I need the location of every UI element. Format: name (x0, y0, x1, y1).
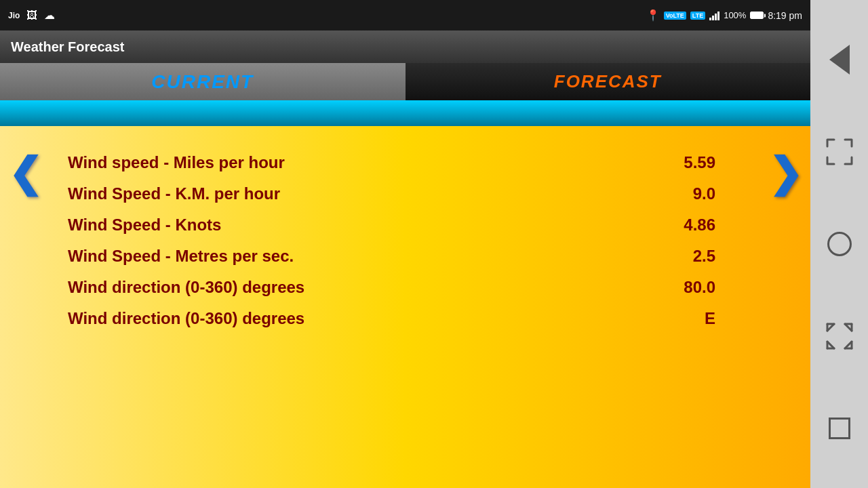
label-wind-knots: Wind Speed - Knots (68, 216, 221, 235)
time-display: 8:19 pm (768, 10, 802, 21)
recents-button[interactable] (823, 411, 856, 445)
value-wind-mps: 2.5 (661, 247, 715, 266)
recents-square-icon (829, 418, 850, 439)
tab-current-label: CURRENT (151, 71, 254, 93)
expand-icon (826, 138, 853, 165)
tab-forecast-label: FORECAST (554, 71, 662, 92)
status-bar-right: 📍 VoLTE LTE 100% 8:19 pm (646, 9, 802, 22)
label-wind-dir-compass: Wind direction (0-360) degrees (68, 309, 304, 328)
carrier-label: Jio (8, 11, 20, 20)
row-wind-mps: Wind Speed - Metres per sec. 2.5 (68, 247, 770, 266)
signal-bar-4 (717, 12, 719, 20)
signal-bar-1 (709, 18, 711, 20)
label-wind-mph: Wind speed - Miles per hour (68, 153, 285, 172)
battery-icon (750, 12, 764, 19)
value-wind-mph: 5.59 (661, 153, 715, 172)
home-button[interactable] (823, 227, 856, 261)
label-wind-dir-deg: Wind direction (0-360) degrees (68, 278, 304, 297)
signal-bars (709, 11, 719, 20)
tab-forecast[interactable]: FORECAST (406, 63, 811, 100)
signal-bar-3 (715, 14, 717, 20)
label-wind-kmh: Wind Speed - K.M. per hour (68, 184, 280, 203)
location-icon: 📍 (646, 9, 660, 22)
collapse-button[interactable] (823, 319, 856, 353)
content-area: ❮ ❯ Wind speed - Miles per hour 5.59 Win… (0, 126, 810, 488)
collapse-icon (826, 323, 853, 350)
lte-badge: LTE (690, 12, 705, 20)
volte-badge: VoLTE (664, 12, 686, 20)
value-wind-knots: 4.86 (661, 216, 715, 235)
nav-panel (810, 0, 868, 488)
battery-percent: 100% (724, 10, 746, 20)
row-wind-kmh: Wind Speed - K.M. per hour 9.0 (68, 184, 770, 203)
back-triangle-icon (829, 45, 850, 75)
back-button[interactable] (823, 43, 856, 77)
value-wind-dir-compass: E (661, 309, 715, 328)
row-wind-mph: Wind speed - Miles per hour 5.59 (68, 153, 770, 172)
home-circle-icon (827, 232, 852, 256)
status-bar-left: Jio 🖼 ☁ (8, 9, 55, 22)
title-bar: Weather Forecast (0, 30, 810, 63)
row-wind-knots: Wind Speed - Knots 4.86 (68, 216, 770, 235)
gallery-icon: 🖼 (26, 9, 37, 22)
value-wind-kmh: 9.0 (661, 184, 715, 203)
tab-current[interactable]: CURRENT (0, 63, 406, 100)
row-wind-dir-deg: Wind direction (0-360) degrees 80.0 (68, 278, 770, 297)
row-wind-dir-compass: Wind direction (0-360) degrees E (68, 309, 770, 328)
status-bar: Jio 🖼 ☁ 📍 VoLTE LTE 100% 8:19 pm (0, 0, 810, 30)
value-wind-dir-deg: 80.0 (661, 278, 715, 297)
page-title: Weather Forecast (11, 39, 124, 55)
tab-bar: CURRENT FORECAST (0, 63, 810, 100)
cyan-bar (0, 100, 810, 126)
prev-arrow[interactable]: ❮ (8, 153, 42, 194)
cloud-icon: ☁ (44, 9, 55, 22)
next-arrow[interactable]: ❯ (768, 153, 802, 194)
label-wind-mps: Wind Speed - Metres per sec. (68, 247, 294, 266)
signal-bar-2 (712, 16, 714, 20)
expand-button[interactable] (823, 135, 856, 169)
